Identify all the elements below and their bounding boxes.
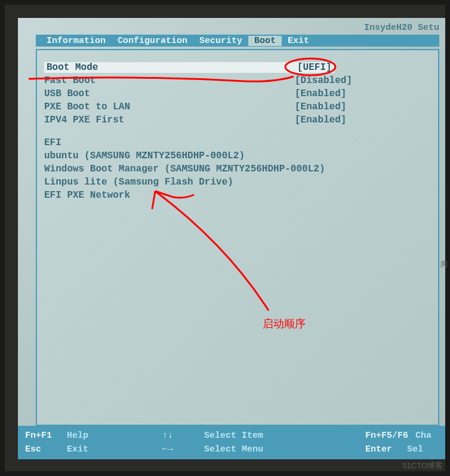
setting-usb-boot[interactable]: USB Boot [Enabled] [44, 88, 431, 99]
setting-ipv4-pxe[interactable]: IPV4 PXE First [Enabled] [44, 115, 431, 125]
key-label: Enter [365, 444, 400, 454]
setting-value: [Disabled] [295, 75, 352, 86]
setting-label: Fast Boot [44, 75, 295, 86]
setting-value: [Enabled] [295, 115, 346, 125]
setting-value: [Enabled] [295, 102, 346, 112]
boot-entry-linpus[interactable]: Linpus lite (Samsung Flash Drive) [44, 177, 431, 188]
footer-select-item: ↑↓ Select Item [162, 431, 365, 441]
footer-exit: Esc Exit [25, 444, 162, 454]
key-label: Fn+F5/F6 [365, 431, 408, 441]
setting-label: PXE Boot to LAN [44, 102, 295, 112]
bios-title: InsydeH20 Setu [364, 23, 439, 33]
boot-entry-windows[interactable]: Windows Boot Manager (SAMSUNG MZNTY256HD… [44, 164, 431, 174]
tab-boot[interactable]: Boot [248, 36, 282, 46]
setting-label: USB Boot [44, 88, 295, 99]
footer-change: Fn+F5/F6 Cha [365, 431, 438, 441]
setting-value: [Enabled] [295, 88, 346, 99]
bios-screen: InsydeH20 Setu Information Configuration… [18, 18, 445, 459]
action-label: Select Menu [204, 444, 263, 454]
key-label: Esc [25, 444, 60, 454]
action-label: Cha [415, 431, 431, 441]
tab-bar: Information Configuration Security Boot … [36, 35, 439, 47]
boot-entry-ubuntu[interactable]: ubuntu (SAMSUNG MZNTY256HDHP-000L2) [44, 151, 431, 161]
footer-select-menu: ←→ Select Menu [162, 444, 365, 454]
key-label: ↑↓ [162, 431, 197, 441]
content-pane: Boot Mode [UEFI] Fast Boot [Disabled] US… [36, 49, 439, 426]
tab-configuration[interactable]: Configuration [112, 36, 193, 46]
action-label: Help [67, 431, 88, 441]
footer-select: Enter Sel [365, 444, 438, 454]
watermark: 51CTO博客 [402, 460, 443, 471]
key-label: ←→ [162, 444, 197, 454]
tab-exit[interactable]: Exit [282, 36, 315, 46]
setting-value: [UEFI] [295, 62, 334, 73]
action-label: Exit [67, 444, 88, 454]
setting-label: IPV4 PXE First [44, 115, 295, 125]
setting-pxe-boot[interactable]: PXE Boot to LAN [Enabled] [44, 102, 431, 112]
boot-entry-efi-pxe[interactable]: EFI PXE Network [44, 190, 431, 201]
setting-boot-mode[interactable]: Boot Mode [UEFI] [44, 62, 431, 73]
efi-section-header: EFI [44, 137, 431, 148]
key-label: Fn+F1 [25, 431, 60, 441]
action-label: Sel [407, 444, 423, 454]
setting-label: Boot Mode [44, 62, 295, 73]
action-label: Select Item [204, 431, 263, 441]
footer-help: Fn+F1 Help [25, 431, 162, 441]
setting-fast-boot[interactable]: Fast Boot [Disabled] [44, 75, 431, 86]
tab-security[interactable]: Security [193, 36, 248, 46]
tab-information[interactable]: Information [41, 36, 112, 46]
footer-bar: Fn+F1 Help Esc Exit ↑↓ Select Item ←→ Se… [18, 426, 445, 459]
